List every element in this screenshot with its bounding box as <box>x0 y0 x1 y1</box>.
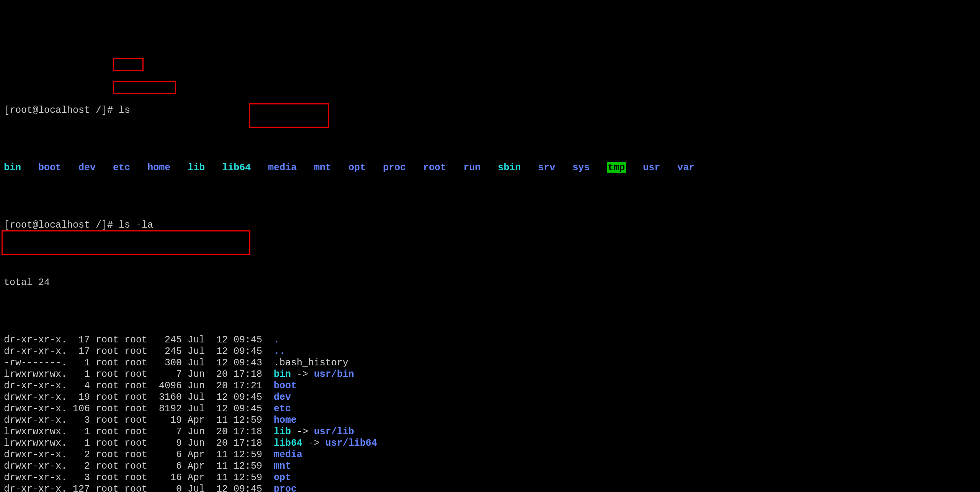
sep <box>182 438 188 449</box>
col-day: 11 <box>211 449 228 461</box>
sep <box>90 426 96 438</box>
symlink-arrow: -> <box>291 426 314 437</box>
sep <box>182 426 188 438</box>
sep <box>182 334 188 346</box>
prompt-line-2: [root@localhost /]# ls -la <box>4 220 976 231</box>
col-month: Apr <box>188 472 211 484</box>
ls-entry: lib <box>188 162 205 173</box>
col-month: Jun <box>188 426 211 438</box>
total-line: total 24 <box>4 277 976 288</box>
col-size: 300 <box>153 357 182 369</box>
symlink-target: usr/bin <box>314 369 354 380</box>
sep <box>228 334 234 346</box>
sep <box>182 461 188 472</box>
col-filename: lib <box>274 426 291 437</box>
col-perms: dr-xr-xr-x. <box>4 346 67 357</box>
col-month: Jul <box>188 403 211 415</box>
col-day: 12 <box>211 357 228 369</box>
ls-entry: proc <box>383 162 406 173</box>
col-month: Jul <box>188 334 211 346</box>
col-day: 11 <box>211 461 228 472</box>
col-day: 11 <box>211 472 228 484</box>
col-day: 11 <box>211 415 228 426</box>
sep <box>90 357 96 369</box>
terminal[interactable]: [root@localhost /]# ls bin boot dev etc … <box>0 57 980 492</box>
annotation-box-mnt-opt <box>2 230 250 255</box>
col-filename: proc <box>274 484 297 492</box>
col-nlink: 2 <box>67 449 90 461</box>
col-owner: root <box>96 392 124 403</box>
col-group: root <box>124 472 153 484</box>
col-nlink: 1 <box>67 357 90 369</box>
col-day: 12 <box>211 334 228 346</box>
listing-row: drwxr-xr-x.3 rootroot16 Apr11 12:59 opt <box>4 472 976 484</box>
ls-entry: boot <box>38 162 61 173</box>
sep <box>90 403 96 415</box>
ls-entry: var <box>678 162 695 173</box>
col-owner: root <box>96 484 124 492</box>
sep <box>268 426 274 438</box>
col-owner: root <box>96 357 124 369</box>
sep <box>268 357 274 369</box>
col-group: root <box>124 484 153 492</box>
col-perms: drwxr-xr-x. <box>4 392 67 403</box>
annotation-box-ls-la <box>113 81 176 94</box>
col-day: 20 <box>211 426 228 438</box>
sep <box>90 369 96 380</box>
sep <box>90 415 96 426</box>
col-group: root <box>124 461 153 472</box>
col-owner: root <box>96 472 124 484</box>
col-perms: -rw-------. <box>4 357 67 369</box>
sep <box>182 357 188 369</box>
col-month: Jun <box>188 438 211 449</box>
col-time: 17:18 <box>234 438 268 449</box>
ls-entry: mnt <box>314 162 331 173</box>
listing-row: dr-xr-xr-x.17 rootroot245 Jul12 09:45 .. <box>4 346 976 357</box>
sep <box>268 334 274 346</box>
sep <box>268 415 274 426</box>
col-filename: . <box>274 334 279 345</box>
col-month: Jul <box>188 392 211 403</box>
ls-output-line: bin boot dev etc home lib lib64 media mn… <box>4 162 976 174</box>
col-month: Jul <box>188 357 211 369</box>
col-nlink: 19 <box>67 392 90 403</box>
col-owner: root <box>96 449 124 461</box>
col-group: root <box>124 346 153 357</box>
col-month: Apr <box>188 449 211 461</box>
sep <box>228 461 234 472</box>
ls-entry: home <box>147 162 170 173</box>
col-filename: home <box>274 415 297 426</box>
col-time: 12:59 <box>234 472 268 484</box>
sep <box>228 438 234 449</box>
sep <box>268 484 274 492</box>
col-nlink: 17 <box>67 346 90 357</box>
sep <box>90 472 96 484</box>
col-day: 20 <box>211 380 228 392</box>
col-nlink: 17 <box>67 334 90 346</box>
ls-entry: lib64 <box>222 162 251 173</box>
sep <box>182 415 188 426</box>
prompt-text: [root@localhost /]# <box>4 220 119 231</box>
listing-row: lrwxrwxrwx.1 rootroot9 Jun20 17:18 lib64… <box>4 438 976 449</box>
sep <box>90 484 96 492</box>
col-perms: dr-xr-xr-x. <box>4 484 67 492</box>
sep <box>268 392 274 403</box>
col-size: 245 <box>153 334 182 346</box>
sep <box>90 438 96 449</box>
col-time: 09:45 <box>234 403 268 415</box>
col-nlink: 3 <box>67 472 90 484</box>
sep <box>182 472 188 484</box>
col-month: Apr <box>188 461 211 472</box>
ls-entry: sys <box>572 162 590 173</box>
symlink-target: usr/lib64 <box>325 438 377 449</box>
col-month: Jul <box>188 346 211 357</box>
ls-entry: srv <box>538 162 555 173</box>
prompt-text: [root@localhost /]# <box>4 105 119 116</box>
sep <box>268 438 274 449</box>
col-time: 09:45 <box>234 392 268 403</box>
col-filename: opt <box>274 472 291 483</box>
listing-row: dr-xr-xr-x.17 rootroot245 Jul12 09:45 . <box>4 334 976 346</box>
col-group: root <box>124 334 153 346</box>
col-nlink: 2 <box>67 461 90 472</box>
symlink-arrow: -> <box>291 369 314 380</box>
